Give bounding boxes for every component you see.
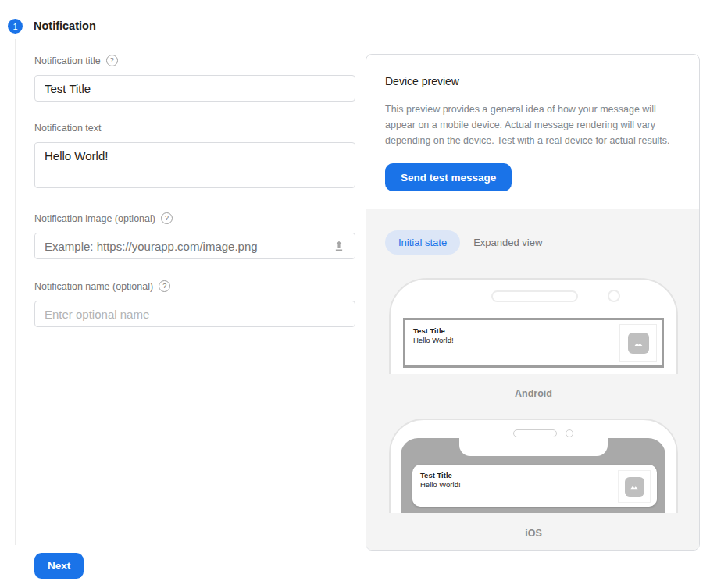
ios-camera	[566, 429, 573, 437]
upload-icon	[332, 239, 346, 253]
android-notification-text: Hello World!	[413, 336, 654, 345]
help-icon[interactable]: ?	[106, 55, 118, 66]
ios-notch	[459, 438, 608, 456]
notification-image-input-group	[34, 233, 355, 259]
notification-title-label: Notification title ?	[34, 55, 355, 66]
ios-phone-preview: Test Title Hello World!	[389, 419, 678, 513]
help-icon[interactable]: ?	[161, 212, 173, 224]
image-icon	[628, 480, 640, 493]
send-test-message-button[interactable]: Send test message	[385, 163, 512, 191]
android-notification-title: Test Title	[413, 326, 654, 336]
ios-platform-label: iOS	[389, 528, 678, 539]
tab-expanded-view[interactable]: Expanded view	[473, 237, 542, 248]
ios-screen: Test Title Hello World!	[401, 438, 665, 513]
ios-speaker	[513, 429, 557, 437]
ios-notification-text: Hello World!	[420, 480, 649, 490]
notification-text-input[interactable]: Hello World!	[34, 142, 355, 188]
stepper-connector-line	[15, 39, 16, 545]
image-icon	[632, 337, 645, 350]
notification-title-input[interactable]	[34, 75, 355, 102]
upload-image-button[interactable]	[323, 233, 355, 258]
notification-image-url-input[interactable]	[35, 233, 323, 258]
device-preview-card: Device preview This preview provides a g…	[366, 54, 700, 551]
notification-name-input[interactable]	[34, 301, 355, 327]
device-preview-description: This preview provides a general idea of …	[385, 102, 687, 148]
android-platform-label: Android	[389, 388, 678, 399]
notification-title-label-text: Notification title	[34, 55, 101, 66]
android-image-placeholder	[619, 324, 657, 362]
step-number-badge: 1	[8, 19, 23, 34]
notification-image-label-text: Notification image (optional)	[34, 213, 155, 224]
android-phone-frame: Test Title Hello World!	[389, 278, 678, 374]
tab-initial-state[interactable]: Initial state	[385, 230, 460, 255]
ios-notification-card: Test Title Hello World!	[412, 465, 657, 507]
notification-text-label: Notification text	[34, 123, 355, 134]
notification-composer-page: 1 Notification Notification title ? Noti…	[0, 0, 710, 588]
android-phone-preview: Test Title Hello World!	[389, 278, 678, 374]
android-notification-card: Test Title Hello World!	[403, 318, 664, 368]
android-speaker	[491, 290, 578, 302]
device-preview-header: Device preview This preview provides a g…	[366, 55, 699, 191]
step-title: Notification	[34, 20, 96, 32]
help-icon[interactable]: ?	[159, 280, 170, 292]
notification-name-label: Notification name (optional) ?	[34, 280, 355, 292]
device-preview-title: Device preview	[385, 75, 680, 87]
notification-name-label-text: Notification name (optional)	[34, 281, 153, 292]
ios-notification-title: Test Title	[420, 471, 649, 480]
notification-image-label: Notification image (optional) ?	[34, 212, 355, 224]
notification-form: Notification title ? Notification text H…	[34, 55, 355, 327]
ios-phone-frame: Test Title Hello World!	[389, 419, 678, 513]
android-camera	[608, 290, 620, 302]
next-button[interactable]: Next	[34, 553, 84, 579]
notification-text-label-text: Notification text	[34, 123, 101, 134]
ios-image-placeholder	[618, 470, 651, 503]
preview-state-tabs: Initial state Expanded view	[385, 230, 699, 255]
